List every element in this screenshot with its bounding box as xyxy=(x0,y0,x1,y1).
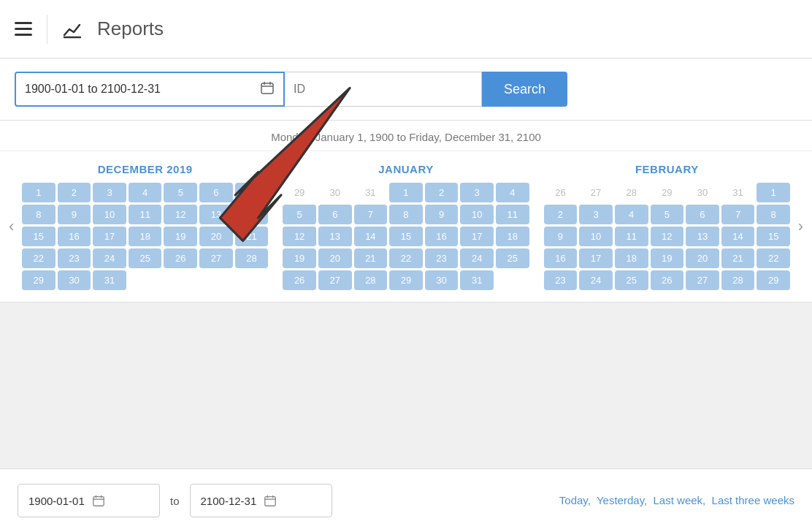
cal-day[interactable]: 1 xyxy=(389,183,423,202)
cal-day[interactable]: 10 xyxy=(460,205,494,224)
cal-day[interactable]: 10 xyxy=(93,205,126,224)
cal-day[interactable]: 27 xyxy=(318,270,352,290)
cal-day[interactable]: 29 xyxy=(757,270,790,290)
calendar-icon-button[interactable] xyxy=(260,80,275,99)
date-range-input[interactable]: 1900-01-01 to 2100-12-31 xyxy=(15,72,285,107)
cal-day[interactable]: 27 xyxy=(199,248,233,268)
cal-day[interactable]: 31 xyxy=(460,270,494,290)
cal-day[interactable]: 20 xyxy=(199,227,233,246)
next-month-button[interactable]: › xyxy=(791,210,811,243)
cal-day[interactable]: 14 xyxy=(721,227,755,246)
cal-day[interactable]: 13 xyxy=(318,227,352,246)
cal-day[interactable]: 11 xyxy=(129,205,162,224)
cal-day[interactable]: 7 xyxy=(354,205,388,224)
cal-day[interactable]: 31 xyxy=(93,270,126,290)
cal-day[interactable]: 25 xyxy=(615,270,648,290)
cal-day[interactable]: 5 xyxy=(283,205,316,224)
cal-day[interactable]: 15 xyxy=(22,227,55,246)
cal-day[interactable]: 12 xyxy=(651,227,684,246)
quick-link-last-three-weeks[interactable]: Last three weeks xyxy=(712,494,794,506)
id-input[interactable] xyxy=(285,72,482,107)
cal-day[interactable]: 20 xyxy=(686,248,719,268)
cal-day[interactable]: 1 xyxy=(22,183,55,202)
cal-day[interactable]: 29 xyxy=(22,270,55,290)
cal-day[interactable]: 18 xyxy=(129,227,162,246)
cal-day[interactable]: 28 xyxy=(354,270,388,290)
cal-day[interactable]: 11 xyxy=(496,205,529,224)
prev-month-button[interactable]: ‹ xyxy=(1,210,21,243)
cal-day[interactable]: 2 xyxy=(544,205,578,224)
cal-day[interactable]: 10 xyxy=(579,227,613,246)
cal-day[interactable]: 1 xyxy=(757,183,790,202)
quick-link-today[interactable]: Today xyxy=(559,494,588,506)
cal-day[interactable]: 26 xyxy=(283,270,316,290)
cal-day[interactable]: 22 xyxy=(757,248,790,268)
cal-day[interactable]: 3 xyxy=(579,205,613,224)
cal-day[interactable]: 4 xyxy=(129,183,162,202)
cal-day[interactable]: 8 xyxy=(22,205,55,224)
cal-day[interactable]: 22 xyxy=(389,248,423,268)
cal-day[interactable]: 7 xyxy=(235,183,269,202)
cal-day[interactable]: 8 xyxy=(757,205,790,224)
cal-day[interactable]: 3 xyxy=(460,183,494,202)
cal-day[interactable]: 18 xyxy=(615,248,648,268)
cal-day[interactable]: 12 xyxy=(283,227,316,246)
cal-day[interactable]: 25 xyxy=(496,248,529,268)
cal-day[interactable]: 15 xyxy=(389,227,423,246)
cal-day[interactable]: 9 xyxy=(544,227,578,246)
cal-day[interactable]: 16 xyxy=(58,227,91,246)
cal-day[interactable]: 21 xyxy=(721,248,755,268)
cal-day[interactable]: 19 xyxy=(651,248,684,268)
cal-day[interactable]: 14 xyxy=(235,205,269,224)
search-button[interactable]: Search xyxy=(482,72,567,107)
cal-day[interactable]: 22 xyxy=(22,248,55,268)
cal-day[interactable]: 4 xyxy=(615,205,648,224)
cal-day[interactable]: 4 xyxy=(496,183,529,202)
cal-day[interactable]: 5 xyxy=(164,183,197,202)
cal-day[interactable]: 19 xyxy=(283,248,316,268)
cal-day[interactable]: 25 xyxy=(129,248,162,268)
cal-day[interactable]: 30 xyxy=(58,270,91,290)
cal-day[interactable]: 6 xyxy=(686,205,719,224)
cal-day[interactable]: 14 xyxy=(354,227,388,246)
cal-day[interactable]: 5 xyxy=(651,205,684,224)
cal-day[interactable]: 13 xyxy=(686,227,719,246)
cal-day[interactable]: 9 xyxy=(425,205,459,224)
cal-day[interactable]: 9 xyxy=(58,205,91,224)
cal-day[interactable]: 24 xyxy=(460,248,494,268)
cal-day[interactable]: 26 xyxy=(164,248,197,268)
cal-day[interactable]: 17 xyxy=(93,227,126,246)
hamburger-menu[interactable] xyxy=(15,22,32,36)
end-date-field[interactable]: 2100-12-31 xyxy=(190,484,332,517)
cal-day[interactable]: 2 xyxy=(425,183,459,202)
cal-day[interactable]: 17 xyxy=(460,227,494,246)
cal-day[interactable]: 23 xyxy=(58,248,91,268)
cal-day[interactable]: 6 xyxy=(318,205,352,224)
cal-day[interactable]: 26 xyxy=(651,270,684,290)
cal-day[interactable]: 28 xyxy=(721,270,755,290)
cal-day[interactable]: 23 xyxy=(425,248,459,268)
start-date-field[interactable]: 1900-01-01 xyxy=(18,484,160,517)
cal-day[interactable]: 21 xyxy=(235,227,269,246)
cal-day[interactable]: 28 xyxy=(235,248,269,268)
cal-day[interactable]: 11 xyxy=(615,227,648,246)
cal-day[interactable]: 30 xyxy=(425,270,459,290)
cal-day[interactable]: 16 xyxy=(425,227,459,246)
cal-day[interactable]: 23 xyxy=(544,270,578,290)
quick-link-yesterday[interactable]: Yesterday xyxy=(597,494,644,506)
quick-link-last-week[interactable]: Last week xyxy=(654,494,703,506)
cal-day[interactable]: 16 xyxy=(544,248,578,268)
cal-day[interactable]: 19 xyxy=(164,227,197,246)
cal-day[interactable]: 27 xyxy=(686,270,719,290)
cal-day[interactable]: 24 xyxy=(93,248,126,268)
cal-day[interactable]: 24 xyxy=(579,270,613,290)
cal-day[interactable]: 2 xyxy=(58,183,91,202)
cal-day[interactable]: 20 xyxy=(318,248,352,268)
cal-day[interactable]: 3 xyxy=(93,183,126,202)
cal-day[interactable]: 13 xyxy=(199,205,233,224)
cal-day[interactable]: 8 xyxy=(389,205,423,224)
cal-day[interactable]: 7 xyxy=(721,205,755,224)
cal-day[interactable]: 6 xyxy=(199,183,233,202)
cal-day[interactable]: 17 xyxy=(579,248,613,268)
cal-day[interactable]: 18 xyxy=(496,227,529,246)
